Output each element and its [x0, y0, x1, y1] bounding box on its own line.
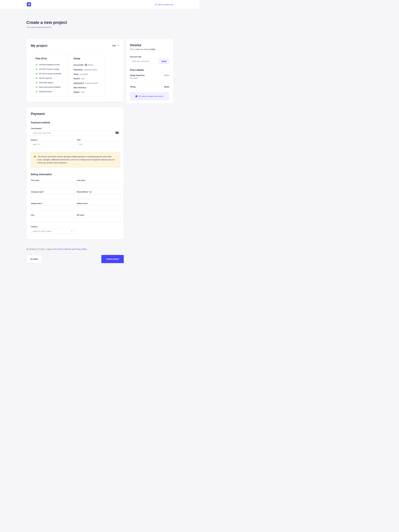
line-item-name: Strapi Cloud Pro — [130, 74, 144, 76]
setup-row-label: Git provider — [74, 64, 84, 66]
setup-row-value: At every commit — [85, 82, 98, 84]
last-name-input[interactable] — [77, 182, 120, 187]
check-circle-icon — [35, 73, 38, 75]
required-asterisk: * — [34, 214, 35, 216]
address-line-2-input[interactable] — [77, 205, 120, 211]
invoice-subtitle: This is what you will pay today — [130, 48, 169, 50]
required-asterisk: * — [80, 139, 81, 141]
setup-row: Base directory/ — [74, 87, 101, 89]
setup-row-value: GitHub — [88, 64, 93, 66]
billing-field-first-name: First name — [31, 176, 74, 187]
payment-method-title: Payment method — [31, 121, 120, 124]
company-name-label: Company name* — [31, 191, 74, 193]
plan-feature-label: Weekly backups — [39, 91, 52, 93]
country-label: Country* — [31, 226, 74, 228]
billing-field-email-address: Email address*i — [77, 187, 120, 199]
required-asterisk: * — [84, 214, 85, 216]
setup-card-title: Setup — [74, 57, 101, 60]
select-placeholder: Select or enter a value — [33, 230, 51, 232]
total-amount: $8.04 — [164, 86, 169, 88]
billing-grid: First nameLast nameCompany name*Email ad… — [31, 176, 120, 234]
plan-feature: Selectable regions — [35, 82, 63, 83]
setup-row-label: Region — [74, 91, 80, 93]
next-month-notice: i $75 will be charged next month. — [130, 92, 169, 101]
plan-feature-label: Multi-environment available — [39, 86, 61, 88]
billing-field-company-name: Company name* — [31, 187, 74, 199]
pencil-icon — [117, 44, 119, 47]
required-asterisk: * — [37, 139, 38, 141]
setup-row: Git providerGitHub — [74, 64, 101, 66]
privacy-policy-link[interactable]: Privacy Policy — [75, 248, 87, 250]
check-circle-icon — [35, 91, 38, 93]
check-circle-icon — [35, 64, 38, 66]
plan-feature-label: 250 GB of assets storage — [39, 68, 59, 70]
billing-field-last-name: Last name — [77, 176, 120, 187]
invoice-line-item: Strapi Cloud Pro This month $8.04 — [130, 74, 169, 79]
go-back-button[interactable]: Go back — [26, 255, 42, 263]
page-subtitle: Lets create something awesome! — [26, 26, 173, 28]
country-select[interactable]: Select or enter a value▼ — [31, 228, 74, 234]
github-icon — [85, 64, 87, 66]
zip-code-input[interactable] — [77, 217, 120, 222]
terms-text: By clicking on "Create", I agree to the … — [26, 248, 173, 250]
terms-of-service-link[interactable]: Terms of Service — [57, 248, 71, 250]
setup-row-label: Name — [74, 73, 78, 75]
discount-code-label: Discount code — [130, 56, 169, 58]
page-title: Create a new project — [26, 20, 173, 25]
apply-button[interactable]: Apply — [159, 59, 169, 64]
cvc-input[interactable] — [77, 142, 120, 147]
email-address-label: Email address*i — [77, 191, 120, 193]
invoice-total-row: TOTAL $8.04 — [130, 86, 169, 88]
card-number-label: Card Number* — [31, 128, 120, 129]
back-to-projects-link[interactable]: ↺ Back to projects list — [155, 4, 173, 6]
back-link-label: Back to projects list — [158, 4, 173, 6]
last-name-label: Last name — [77, 179, 120, 181]
card-usage-warning-text: The chosen card will be used for all pro… — [38, 155, 116, 164]
cvc-label: CVC* — [77, 139, 120, 141]
setup-row-value: my-project — [79, 73, 88, 75]
plan-card: Plan (Pro) Unlimited database entries250… — [31, 53, 67, 97]
edit-button[interactable]: Edit — [112, 44, 119, 47]
city-label: City* — [31, 214, 74, 216]
discount-code-input[interactable] — [130, 59, 158, 64]
invoice-panel: Invoice This is what you will pay today … — [126, 39, 173, 104]
first-name-input[interactable] — [31, 182, 74, 187]
app-header: ↺ Back to projects list — [0, 0, 199, 9]
setup-row-label: Branch — [74, 78, 80, 80]
setup-row-label: Repository — [74, 69, 83, 71]
required-asterisk: * — [42, 128, 42, 129]
next-month-notice-text: $75 will be charged next month. — [138, 95, 164, 97]
plan-feature-label: 500 GB of assets bandwidth — [39, 73, 61, 75]
setup-row: Branchmain — [74, 78, 101, 80]
info-icon: i — [135, 95, 137, 97]
payment-title: Payment — [31, 112, 120, 116]
setup-row-label: Deployment — [74, 82, 84, 84]
email-address-input[interactable] — [77, 194, 120, 199]
plan-card-title: Plan (Pro) — [35, 57, 63, 60]
check-circle-icon — [35, 86, 38, 88]
plan-feature-label: Unlimited database entries — [39, 64, 60, 66]
setup-row-value: main — [81, 78, 85, 80]
city-input[interactable] — [31, 217, 74, 222]
invoice-divider — [130, 82, 169, 83]
plan-feature: 1M API requests — [35, 77, 63, 79]
plan-feature: 500 GB of assets bandwidth — [35, 73, 63, 75]
strapi-logo — [27, 2, 31, 7]
exclamation-icon: ! — [34, 156, 36, 158]
create-project-button[interactable]: Create project — [101, 255, 124, 263]
billing-field-zip-code: ZIP code* — [77, 211, 120, 222]
address-line-1-input[interactable] — [31, 205, 74, 211]
payment-card: Payment Payment method Card Number* — [26, 107, 124, 239]
plan-feature: 250 GB of assets storage — [35, 68, 63, 70]
project-card-title: My project — [31, 44, 47, 48]
billing-field-address-line-2: Address line 2 — [77, 199, 120, 211]
setup-row-value: strapi/my-project — [84, 69, 97, 71]
zip-code-label: ZIP code* — [77, 214, 120, 216]
billing-field-city: City* — [31, 211, 74, 222]
my-project-card: My project Edit Plan (Pro) Unlimited dat… — [26, 39, 124, 102]
expires-input[interactable] — [31, 142, 74, 147]
card-number-input[interactable] — [31, 130, 120, 136]
expires-label: Expires* — [31, 139, 74, 141]
company-name-input[interactable] — [31, 194, 74, 199]
billing-field-country: Country*Select or enter a value▼ — [31, 222, 74, 234]
